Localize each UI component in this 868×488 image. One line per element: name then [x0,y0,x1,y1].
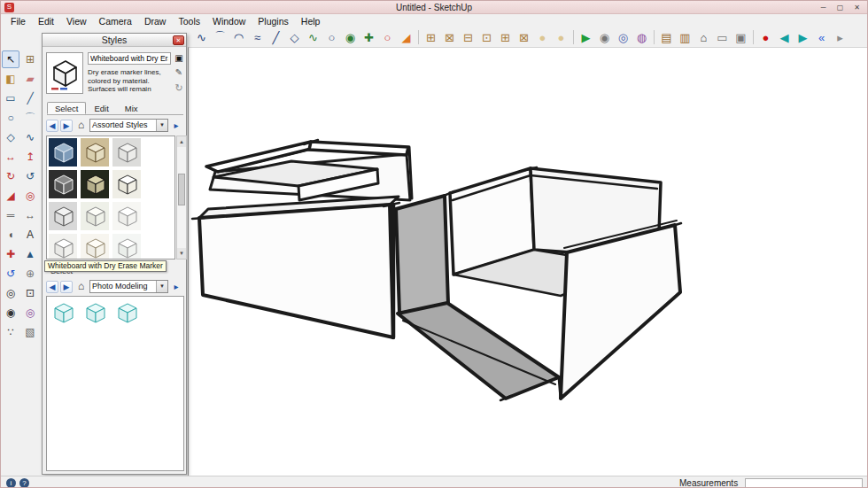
minimize-button[interactable]: ─ [815,1,832,14]
menu-plugins[interactable]: Plugins [252,15,294,27]
walk-tool[interactable]: ∵ [2,323,19,341]
style-thumb-pale[interactable] [81,202,111,232]
styles-grid-scrollbar[interactable]: ▲ ▼ [176,136,187,259]
details-flyout-icon[interactable]: ▸ [170,281,182,293]
make-component-tool[interactable]: ⊞ [21,50,39,68]
style-thumb-blueprint[interactable] [49,138,79,168]
tab-edit[interactable]: Edit [86,102,116,114]
back-arrow-icon[interactable]: ◀ [46,281,58,293]
polygon-icon[interactable]: ◇ [285,28,304,46]
bezier-icon[interactable]: ≈ [248,28,267,46]
offset-tool[interactable]: ◎ [21,187,39,205]
arc-icon[interactable]: ⌒ [211,28,229,46]
next-scene-icon[interactable]: ▶ [794,28,812,46]
measurements-input[interactable] [745,478,863,488]
style-thumb-pencil[interactable] [49,202,79,232]
in-model-home-icon[interactable]: ⌂ [74,120,88,132]
menu-tools[interactable]: Tools [172,15,206,27]
in-model-home-icon[interactable]: ⌂ [74,281,88,293]
style-thumb-white-4[interactable] [112,234,143,259]
soften-edges-icon[interactable]: ● [533,28,552,46]
section-plane-tool[interactable]: ▧ [21,323,39,341]
line-icon[interactable]: ╱ [267,28,285,46]
freehand-icon[interactable]: ∿ [192,28,211,46]
split-icon[interactable]: ⊠ [515,28,533,46]
intersect-icon[interactable]: ⊠ [440,28,459,46]
styles-collection-dropdown[interactable]: Assorted Styles ▼ [89,119,168,132]
wedge-icon[interactable]: ◢ [397,28,415,46]
geolocation-icon[interactable]: i [6,478,16,488]
arc-tool[interactable]: ⌒ [21,109,39,127]
line-tool[interactable]: ╱ [21,89,39,107]
walkthrough-icon[interactable]: ◍ [632,28,651,46]
scale-tool[interactable]: ◢ [2,187,19,205]
circle-icon[interactable]: ○ [322,28,341,46]
tape-measure-tool[interactable]: ═ [2,206,19,224]
circle-tool[interactable]: ○ [2,109,19,127]
style-thumb-plain[interactable] [112,170,143,200]
dimension-tool[interactable]: ↔ [21,206,39,224]
close-button[interactable]: ✕ [849,1,865,14]
photo-modeling-thumb-2[interactable] [81,298,111,329]
home-icon[interactable]: ⌂ [694,28,713,46]
details-flyout-icon[interactable]: ▸ [170,120,182,132]
photo-modeling-thumb-1[interactable] [49,298,79,329]
arc-segment-icon[interactable]: ◠ [229,28,248,46]
forward-arrow-icon[interactable]: ▶ [60,120,73,132]
look-around-tool[interactable]: ◎ [21,304,39,321]
text-tool[interactable]: A [21,226,39,244]
back-arrow-icon[interactable]: ◀ [46,120,58,132]
scroll-down-icon[interactable]: ▼ [177,248,186,259]
help-icon[interactable]: ? [19,478,29,488]
menu-file[interactable]: File [4,15,32,27]
materials-book-icon[interactable]: ▥ [676,28,694,46]
polygon-tool[interactable]: ◇ [2,128,19,146]
3d-text-tool[interactable]: ▲ [21,245,39,263]
rectangle-tool[interactable]: ▭ [2,89,19,107]
position-camera-tool[interactable]: ◉ [2,304,19,321]
eyedropper-icon[interactable]: ✎ [173,66,185,78]
style-thumb-white-2[interactable] [49,234,79,259]
eraser-tool[interactable]: ▰ [21,70,39,88]
save-page-icon[interactable]: ▭ [713,28,732,46]
orbit-tool[interactable]: ↺ [2,265,19,283]
advance-icon[interactable]: ▸ [831,28,849,46]
look-around-icon[interactable]: ◎ [614,28,632,46]
trim-icon[interactable]: ⊞ [496,28,515,46]
scrollbar-thumb[interactable] [178,174,185,205]
model-viewport[interactable] [188,47,868,476]
rotate-tool[interactable]: ↻ [2,167,19,185]
spiral-icon[interactable]: ◉ [341,28,360,46]
rewind-icon[interactable]: « [812,28,831,46]
zoom-extents-tool[interactable]: ⊡ [21,284,39,302]
pushpull-tool[interactable]: ↥ [21,148,39,166]
ellipse-icon[interactable]: ○ [378,28,397,46]
layout-page-icon[interactable]: ▣ [732,28,750,46]
menu-help[interactable]: Help [295,15,327,27]
sine-curve-icon[interactable]: ∿ [304,28,322,46]
tab-select[interactable]: Select [47,102,86,114]
style-thumb-night[interactable] [81,170,111,200]
move-tool[interactable]: ↔ [2,148,19,166]
style-thumb-sepia[interactable] [81,138,111,168]
freehand-tool[interactable]: ∿ [21,128,39,146]
followme-tool[interactable]: ↺ [21,167,39,185]
union-icon[interactable]: ⊟ [459,28,477,46]
pan-tool[interactable]: ⊕ [21,265,39,283]
secondary-collection-dropdown[interactable]: Photo Modeling ▼ [89,280,168,293]
photo-modeling-thumb-3[interactable] [112,298,143,329]
previous-scene-icon[interactable]: ◀ [775,28,794,46]
smooth-icon[interactable]: ● [552,28,570,46]
style-thumb-white-3[interactable] [81,234,111,259]
record-icon[interactable]: ● [756,28,775,46]
styles-panel-titlebar[interactable]: Styles [43,34,186,47]
tab-mix[interactable]: Mix [117,102,146,114]
style-thumb-gray-sketch[interactable] [112,138,143,168]
orbit-icon[interactable]: ◉ [595,28,614,46]
scroll-up-icon[interactable]: ▲ [177,136,186,147]
maximize-button[interactable]: ▢ [832,1,849,14]
axes-tool[interactable]: ✚ [2,245,19,263]
style-thumb-dark[interactable] [49,170,79,200]
secondary-pane-toggle-icon[interactable]: ▣ [173,52,185,64]
menu-window[interactable]: Window [206,15,252,27]
